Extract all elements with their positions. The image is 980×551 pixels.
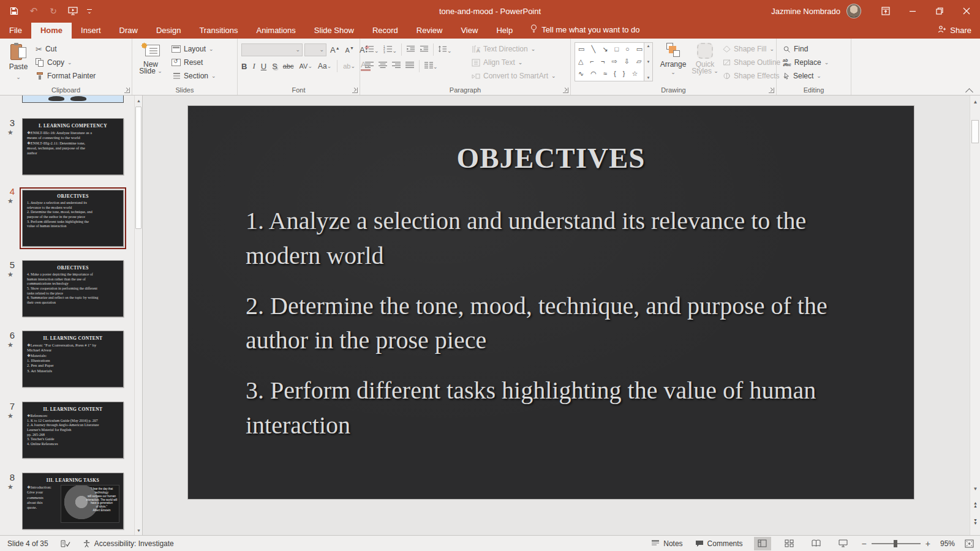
format-painter-button[interactable]: Format Painter <box>36 69 96 83</box>
bold-button[interactable]: B <box>241 62 247 71</box>
tab-file[interactable]: File <box>0 23 31 39</box>
tab-draw[interactable]: Draw <box>110 23 147 39</box>
shapes-row-2[interactable]: △ ⌐ ¬ ⇨ ⇩ ▱ <box>575 55 652 67</box>
accessibility-checker[interactable]: Accessibility: Investigate <box>81 536 175 551</box>
panel-scroll-down-icon[interactable]: ▼ <box>135 525 143 535</box>
slide-4-thumbnail[interactable]: OBJECTIVES 1. Analyze a selection and un… <box>22 190 124 247</box>
new-slide-button[interactable]: New Slide <box>136 43 165 76</box>
replace-button[interactable]: ab⇄acReplace <box>783 56 829 69</box>
strikethrough-button[interactable]: abc <box>283 62 294 70</box>
tab-view[interactable]: View <box>451 23 487 39</box>
restore-button[interactable] <box>926 0 953 22</box>
numbering-button[interactable]: 123 <box>383 45 398 55</box>
thumbnail-panel-scrollbar[interactable]: ▲ ▼ <box>134 96 142 535</box>
align-center-button[interactable] <box>379 61 387 71</box>
increase-indent-button[interactable] <box>420 45 429 55</box>
share-button[interactable]: Share <box>938 25 971 36</box>
line-spacing-button[interactable] <box>438 45 452 55</box>
zoom-in-button[interactable]: + <box>925 539 930 549</box>
ribbon-display-options-icon[interactable] <box>872 0 899 22</box>
slideshow-view-button[interactable] <box>835 537 852 550</box>
close-button[interactable] <box>953 0 980 22</box>
slide-canvas[interactable]: OBJECTIVES 1. Analyze a selection and un… <box>188 106 914 499</box>
paste-button[interactable]: Paste <box>4 43 33 81</box>
columns-button[interactable] <box>424 61 438 71</box>
slide-8-thumbnail[interactable]: III. LEARNING TASKS ❖Introduction: Give … <box>22 473 124 530</box>
panel-scroll-up-icon[interactable]: ▲ <box>135 96 143 105</box>
shapes-row-3[interactable]: ∿ ◠ ≈ { } ☆ <box>575 67 652 80</box>
shapes-gallery[interactable]: ▭ ╲ ↘ □ ○ ▭ △ ⌐ ¬ ⇨ ⇩ ▱ ∿ ◠ ≈ { } ☆ ▲▼▼ <box>575 42 653 81</box>
slide-5-thumbnail[interactable]: OBJECTIVES 4. Make a poster depicting th… <box>22 260 124 317</box>
accessibility-icon <box>83 539 91 548</box>
shapes-gallery-scrollbar[interactable]: ▲▼▼ <box>644 43 652 81</box>
shrink-font-button[interactable]: A▼ <box>344 45 356 54</box>
zoom-slider[interactable] <box>872 543 921 544</box>
user-avatar[interactable] <box>846 4 861 18</box>
italic-button[interactable]: I <box>252 61 255 71</box>
spell-check-icon[interactable] <box>59 536 72 551</box>
tab-transitions[interactable]: Transitions <box>190 23 247 39</box>
tab-design[interactable]: Design <box>147 23 190 39</box>
tab-review[interactable]: Review <box>407 23 452 39</box>
next-slide-button[interactable]: ▼▼ <box>971 517 980 527</box>
cut-button[interactable]: Cut <box>36 42 57 56</box>
select-button[interactable]: Select <box>783 69 821 83</box>
tab-animations[interactable]: Animations <box>247 23 305 39</box>
grow-font-button[interactable]: A▲ <box>328 45 342 54</box>
slide-7-thumbnail[interactable]: II. LEARNING CONTENT ❖References: 1. K t… <box>22 402 124 459</box>
bullets-button[interactable] <box>365 45 379 55</box>
shapes-row-1[interactable]: ▭ ╲ ↘ □ ○ ▭ <box>575 43 652 55</box>
slide-indicator[interactable]: Slide 4 of 35 <box>6 536 50 551</box>
normal-view-button[interactable] <box>754 537 771 550</box>
change-case-button[interactable]: Aa <box>318 62 331 70</box>
character-spacing-button[interactable]: AV <box>300 62 312 70</box>
tab-record[interactable]: Record <box>363 23 407 39</box>
copy-button[interactable]: Copy <box>36 56 72 69</box>
tab-insert[interactable]: Insert <box>72 23 110 39</box>
text-shadow-button[interactable]: S <box>272 62 277 71</box>
minimize-button[interactable] <box>899 0 926 22</box>
fit-slide-to-window-icon[interactable] <box>965 539 974 548</box>
slide-title[interactable]: OBJECTIVES <box>188 141 914 174</box>
arrange-button[interactable]: Arrange <box>658 43 688 77</box>
user-name[interactable]: Jazmine Nombrado <box>771 7 840 16</box>
slide-6-thumbnail[interactable]: II. LEARNING CONTENT ❖Lesson: "For Conve… <box>22 331 124 388</box>
slide-3-thumbnail[interactable]: I. LEARNING COMPETENCY ❖EN9LT-IIIc-16: A… <box>22 118 124 175</box>
underline-button[interactable]: U <box>261 62 266 71</box>
previous-slide-button[interactable]: ▲▲ <box>971 500 980 509</box>
tell-me-box[interactable]: Tell me what you want to do <box>522 21 648 39</box>
scroll-down-icon[interactable]: ▼ <box>971 484 980 493</box>
slide-body-textbox[interactable]: 1. Analyze a selection and understand it… <box>246 204 873 459</box>
reading-view-button[interactable] <box>808 537 825 550</box>
slide-sorter-view-button[interactable] <box>781 537 798 550</box>
collapse-ribbon-icon[interactable] <box>965 86 973 91</box>
save-icon[interactable] <box>9 6 20 17</box>
panel-scrollbar-thumb[interactable] <box>135 107 141 229</box>
find-button[interactable]: Find <box>783 42 808 56</box>
zoom-out-button[interactable]: − <box>862 539 867 549</box>
layout-button[interactable]: Layout <box>172 42 214 56</box>
align-right-button[interactable] <box>392 61 401 71</box>
start-slideshow-icon[interactable] <box>67 6 78 17</box>
clipboard-dialog-launcher[interactable] <box>124 88 130 93</box>
paragraph-dialog-launcher[interactable] <box>563 88 568 93</box>
reset-button[interactable]: Reset <box>172 56 203 69</box>
justify-button[interactable] <box>405 61 414 71</box>
scrollbar-thumb[interactable] <box>971 120 979 143</box>
zoom-level[interactable]: 95% <box>940 539 955 548</box>
tab-help[interactable]: Help <box>487 23 522 39</box>
main-scrollbar[interactable]: ▲ ▼ ▲▲ ▼▼ <box>970 96 980 535</box>
tab-home[interactable]: Home <box>31 23 72 39</box>
drawing-dialog-launcher[interactable] <box>769 88 774 93</box>
customize-qat-icon[interactable] <box>87 9 92 13</box>
font-dialog-launcher[interactable] <box>352 88 358 93</box>
notes-button[interactable]: Notes <box>650 536 684 551</box>
decrease-indent-button[interactable] <box>406 45 415 55</box>
slide-2-thumbnail-partial[interactable] <box>22 96 124 103</box>
comments-button[interactable]: Comments <box>694 536 744 551</box>
zoom-slider-thumb[interactable] <box>894 540 897 547</box>
scroll-up-icon[interactable]: ▲ <box>971 97 980 107</box>
align-left-button[interactable] <box>365 61 374 71</box>
section-button[interactable]: Section <box>172 69 216 83</box>
tab-slide-show[interactable]: Slide Show <box>305 23 363 39</box>
